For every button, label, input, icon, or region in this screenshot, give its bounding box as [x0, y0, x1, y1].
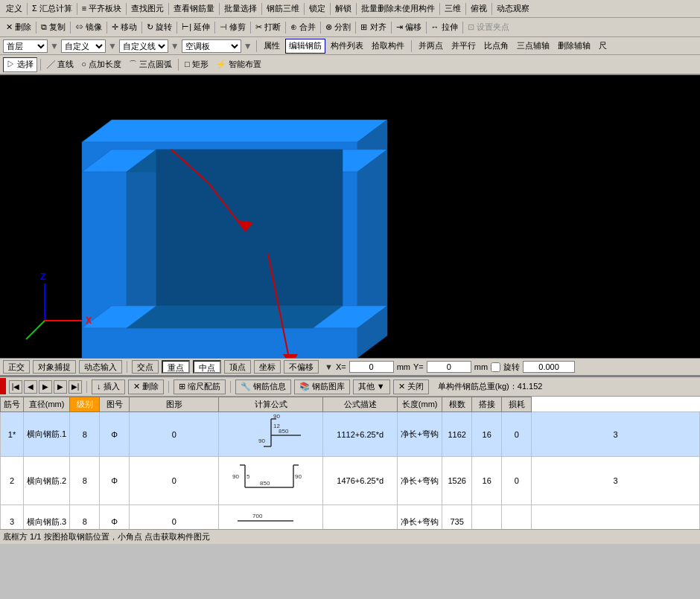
btn-rect[interactable]: □ 矩形	[182, 57, 211, 72]
btn-nav-play[interactable]: ▶	[39, 380, 52, 394]
toolbar-flat[interactable]: ≡ 平齐板块	[79, 1, 124, 16]
x-input[interactable]	[349, 361, 394, 373]
table-row[interactable]: 2 横向钢筋.2 8 Φ 0	[1, 457, 700, 505]
btn-nav-next[interactable]: ▶	[54, 380, 67, 394]
toolbar-define[interactable]: 定义	[3, 1, 25, 16]
cell-barno-3: 横向钢筋.3	[24, 505, 70, 530]
rotate-input[interactable]	[523, 361, 575, 373]
toolbar-rotate[interactable]: ↻ 旋转	[144, 20, 175, 35]
btn-three-axis[interactable]: 三点辅轴	[514, 39, 553, 54]
toolbar-rebar-3d[interactable]: 钢筋三维	[264, 1, 302, 16]
toolbar-stretch[interactable]: ↔ 拉伸	[428, 20, 461, 35]
btn-parallel[interactable]: 并平行	[448, 39, 479, 54]
btn-nav-prev[interactable]: ◀	[24, 380, 37, 394]
btn-component-list[interactable]: 构件列表	[328, 39, 366, 54]
btn-angle[interactable]: 比点角	[481, 39, 512, 54]
btn-coord[interactable]: 坐标	[254, 360, 281, 374]
cell-lap-2: 0	[502, 457, 532, 505]
btn-line[interactable]: ╱ 直线	[44, 57, 77, 72]
sep-72	[230, 381, 231, 393]
cell-desc-2: 净长+弯钩	[398, 457, 442, 505]
toolbar-unlock[interactable]: 解锁	[332, 1, 354, 16]
rebar-panel: |◀ ◀ ▶ ▶ ▶| ↓ 插入 ✕ 删除 ⊞ 缩尺配筋 🔧 钢筋信息 📚 钢筋…	[0, 376, 700, 544]
toolbar-mirror[interactable]: ⇔ 镜像	[72, 20, 105, 35]
toolbar-merge[interactable]: ⊕ 合并	[287, 20, 319, 35]
btn-nav-last[interactable]: ▶|	[69, 380, 82, 394]
toolbar-top-view[interactable]: 俯视	[468, 1, 490, 16]
toolbar-delete[interactable]: ✕ 删除	[3, 20, 34, 35]
cell-len-3: 735	[442, 505, 472, 530]
btn-endpoint[interactable]: 顶点	[224, 360, 251, 374]
btn-ruler[interactable]: 尺	[596, 39, 610, 54]
btn-pick-component[interactable]: 拾取构件	[369, 39, 407, 54]
toolbar-lock[interactable]: 锁定	[306, 1, 328, 16]
table-row[interactable]: 1* 横向钢筋.1 8 Φ 0 90	[1, 412, 700, 457]
toolbar-copy[interactable]: ⧉ 复制	[38, 20, 69, 35]
svg-text:700: 700	[252, 513, 263, 519]
toolbar-batch-delete[interactable]: 批量删除未使用构件	[358, 1, 438, 16]
btn-point-length[interactable]: ○ 点加长度	[78, 57, 124, 72]
cell-loss-3	[532, 505, 700, 530]
toolbar-sum[interactable]: Σ 汇总计算	[29, 1, 75, 16]
x-axis-label: X=	[336, 362, 346, 371]
btn-insert[interactable]: ↓ 插入	[92, 379, 125, 394]
toolbar-view-rebar[interactable]: 查看钢筋量	[171, 1, 217, 16]
toolbar-align[interactable]: ⊞ 对齐	[357, 20, 389, 35]
sep-8	[330, 3, 331, 15]
btn-snap[interactable]: 对象捕捉	[33, 360, 76, 374]
toolbar-move[interactable]: ✛ 移动	[109, 20, 140, 35]
btn-nav-first[interactable]: |◀	[9, 380, 22, 394]
btn-smart-layout[interactable]: ⚡ 智能布置	[213, 57, 264, 72]
btn-scale[interactable]: ⊞ 缩尺配筋	[174, 379, 226, 394]
cell-shapeno-3: 0	[130, 505, 219, 530]
cell-shapeno-2: 0	[130, 457, 219, 505]
btn-other[interactable]: 其他 ▼	[353, 379, 390, 394]
btn-close-panel[interactable]: ✕ 关闭	[393, 379, 429, 394]
toolbar-break[interactable]: ✂ 打断	[252, 20, 284, 35]
sublayer-select[interactable]: 自定义线	[119, 39, 168, 53]
btn-no-offset[interactable]: 不偏移	[284, 360, 319, 374]
toolbar-setpoint[interactable]: ⊡ 设置夹点	[465, 20, 512, 35]
btn-arc[interactable]: ⌒ 三点圆弧	[126, 57, 175, 72]
btn-intersection[interactable]: 交点	[132, 360, 159, 374]
component-select[interactable]: 空调板	[182, 39, 241, 53]
btn-edit-rebar[interactable]: 编辑钢筋	[285, 39, 325, 54]
mm-label-x: mm	[397, 362, 410, 371]
toolbar-trim[interactable]: ⊣ 修剪	[217, 20, 249, 35]
btn-center[interactable]: 中点	[193, 360, 221, 374]
toolbar-3d[interactable]: 三维	[442, 1, 464, 16]
btn-orthogonal[interactable]: 正交	[3, 360, 30, 374]
toolbar-find[interactable]: 查找图元	[128, 1, 167, 16]
btn-midpoint[interactable]: 重点	[162, 360, 190, 374]
th-lap: 搭接	[472, 397, 502, 412]
rebar-shape-svg-3: 700	[230, 506, 312, 529]
btn-property[interactable]: 属性	[261, 39, 283, 54]
th-formula: 计算公式	[219, 397, 323, 412]
sep-30	[391, 22, 392, 33]
sep-26	[250, 22, 251, 33]
btn-dynamic-input[interactable]: 动态输入	[79, 360, 122, 374]
sep-23	[141, 22, 142, 33]
btn-two-point[interactable]: 并两点	[416, 39, 446, 54]
toolbar-split[interactable]: ⊗ 分割	[322, 20, 354, 35]
cell-num-3: 3	[1, 505, 24, 530]
cell-num-2: 2	[1, 457, 24, 505]
toolbar-batch-select[interactable]: 批量选择	[221, 1, 260, 16]
btn-rebar-library[interactable]: 📚 钢筋图库	[294, 379, 350, 394]
y-axis-label: Y=	[413, 362, 424, 371]
btn-select[interactable]: ▷ 选择	[3, 57, 37, 72]
svg-text:Z: Z	[40, 272, 45, 282]
btn-delete-axis[interactable]: 删除辅轴	[555, 39, 594, 54]
toolbar-dynamic-view[interactable]: 动态观察	[494, 1, 532, 16]
bottom-row: 底框方 1/1 按图拾取钢筋位置，小角点 点击获取构件图元	[0, 529, 700, 544]
toolbar-extend[interactable]: ⊢| 延伸	[179, 20, 213, 35]
layer-select[interactable]: 自定义	[61, 39, 106, 53]
cell-len-1: 1162	[442, 412, 472, 457]
btn-rebar-info[interactable]: 🔧 钢筋信息	[235, 379, 291, 394]
rotate-checkbox[interactable]	[491, 362, 500, 372]
table-row[interactable]: 3 横向钢筋.3 8 Φ 0 700 净长+弯钩 735	[1, 505, 700, 530]
floor-select[interactable]: 首层	[3, 39, 48, 53]
btn-delete-rebar[interactable]: ✕ 删除	[128, 379, 164, 394]
toolbar-offset[interactable]: ⇥ 偏移	[393, 20, 424, 35]
y-input[interactable]	[427, 361, 471, 373]
